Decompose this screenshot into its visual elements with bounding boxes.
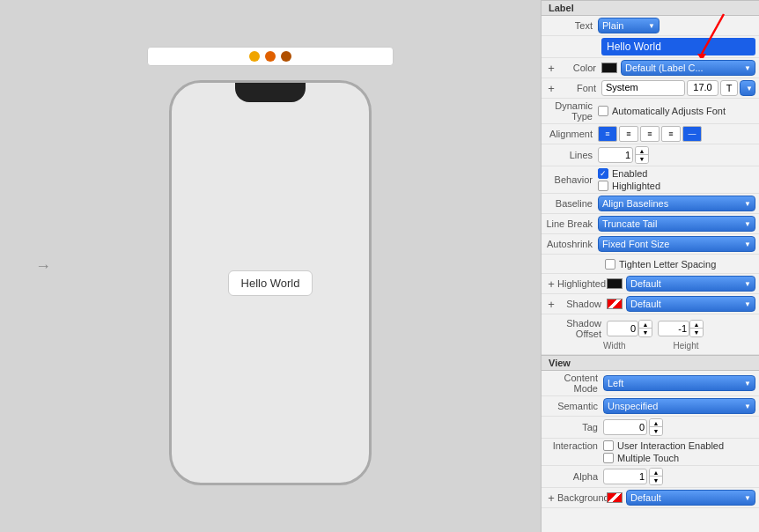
hello-world-input[interactable]: [601, 38, 755, 55]
background-swatch: [607, 492, 623, 503]
highlighted-color-select[interactable]: Default ▼: [626, 276, 755, 292]
background-value: Default ▼: [607, 490, 755, 506]
background-label: Background: [557, 492, 607, 503]
shadow-height-input[interactable]: [658, 321, 689, 336]
align-justify-btn[interactable]: ≡: [661, 126, 681, 142]
alpha-input[interactable]: [603, 469, 647, 484]
right-panel: Label Text Plain ▼ + Color Default (Labe…: [541, 0, 759, 532]
line-break-select[interactable]: Truncate Tail ▼: [598, 216, 755, 232]
shadow-plus[interactable]: +: [545, 298, 557, 310]
highlighted-checkbox[interactable]: [598, 181, 608, 191]
tag-input[interactable]: [603, 419, 647, 435]
tighten-checkbox[interactable]: [605, 259, 615, 270]
align-left-btn[interactable]: ≡: [598, 126, 617, 142]
lines-stepper[interactable]: ▲ ▼: [635, 146, 649, 164]
shadow-height-input-row: ▲ ▼: [658, 320, 704, 337]
highlighted-color-value: Default ▼: [607, 276, 755, 292]
shadow-height-group: ▲ ▼: [658, 320, 704, 337]
semantic-label: Semantic: [545, 401, 603, 411]
highlighted-color-label: Highlighted: [557, 278, 607, 289]
baseline-arrow: ▼: [744, 200, 751, 208]
font-plus-btn[interactable]: +: [545, 82, 557, 94]
lines-row: Lines ▲ ▼: [542, 144, 759, 166]
user-interaction-checkbox[interactable]: [603, 440, 614, 451]
alpha-row: Alpha ▲ ▼: [542, 466, 759, 488]
tighten-label: Tighten Letter Spacing: [619, 259, 716, 270]
alpha-label: Alpha: [545, 471, 603, 482]
color-swatch: [601, 63, 617, 73]
shadow-width-down[interactable]: ▼: [639, 329, 652, 336]
shadow-width-stepper[interactable]: ▲ ▼: [638, 320, 652, 337]
content-mode-select[interactable]: Left ▼: [603, 375, 755, 391]
font-label: Font: [557, 83, 601, 93]
tag-stepper-down[interactable]: ▼: [650, 427, 662, 435]
align-right-btn[interactable]: ≡: [640, 126, 660, 142]
color-plus-btn[interactable]: +: [545, 62, 557, 74]
shadow-offset-sublabels: Width Height: [545, 341, 755, 351]
lines-input[interactable]: [598, 147, 633, 163]
shadow-width-up[interactable]: ▲: [639, 321, 652, 329]
dynamic-type-row: Dynamic Type Automatically Adjusts Font: [542, 99, 759, 124]
tag-stepper[interactable]: ▲ ▼: [649, 418, 663, 436]
content-mode-row: Content Mode Left ▼: [542, 371, 759, 396]
color-row: + Color Default (Label C... ▼: [542, 58, 759, 78]
multiple-touch-checkbox[interactable]: [603, 453, 614, 463]
text-row: Text Plain ▼: [542, 16, 759, 36]
lines-stepper-up[interactable]: ▲: [636, 147, 648, 155]
dynamic-type-checkbox[interactable]: [598, 106, 608, 116]
shadow-select[interactable]: Default ▼: [626, 296, 755, 312]
toolbar-bar: [147, 47, 394, 66]
font-size-input[interactable]: 17.0: [687, 80, 718, 96]
shadow-offset-inputs: ▲ ▼ ▲ ▼: [607, 320, 752, 337]
autoshrink-select[interactable]: Fixed Font Size ▼: [598, 236, 755, 252]
background-select[interactable]: Default ▼: [626, 490, 755, 506]
autoshrink-arrow: ▼: [744, 240, 751, 248]
height-sublabel: Height: [674, 341, 699, 351]
alpha-stepper[interactable]: ▲ ▼: [649, 468, 663, 485]
shadow-width-input[interactable]: [607, 321, 638, 336]
color-label: Color: [557, 63, 601, 73]
highlighted-option: Highlighted: [598, 181, 660, 191]
dynamic-type-label: Dynamic Type: [545, 100, 598, 122]
semantic-select[interactable]: Unspecified ▼: [603, 398, 755, 414]
align-center-btn[interactable]: ≡: [619, 126, 638, 142]
align-natural-btn[interactable]: —: [682, 126, 702, 142]
alpha-stepper-down[interactable]: ▼: [650, 477, 662, 484]
font-t-button[interactable]: T: [720, 80, 738, 96]
dot-brown: [281, 51, 291, 62]
shadow-row: + Shadow Default ▼: [542, 294, 759, 314]
behavior-options: Enabled Highlighted: [598, 168, 755, 191]
multiple-touch-label: Multiple Touch: [617, 453, 679, 463]
content-mode-value: Left ▼: [603, 375, 755, 391]
shadow-height-up[interactable]: ▲: [690, 321, 703, 329]
enabled-label: Enabled: [612, 168, 647, 179]
color-select-arrow: ▼: [744, 64, 751, 72]
enabled-option: Enabled: [598, 168, 647, 179]
interaction-section: Interaction User Interaction Enabled Mul…: [542, 439, 759, 466]
autoshrink-row: Autoshrink Fixed Font Size ▼: [542, 234, 759, 255]
background-row: + Background Default ▼: [542, 488, 759, 508]
color-select[interactable]: Default (Label C... ▼: [621, 60, 755, 76]
alignment-row: Alignment ≡ ≡ ≡ ≡ —: [542, 124, 759, 144]
background-plus[interactable]: +: [545, 491, 557, 504]
tag-stepper-up[interactable]: ▲: [650, 419, 662, 427]
hello-world-label[interactable]: Hello World: [228, 270, 313, 296]
tag-value-area: ▲ ▼: [603, 418, 755, 436]
shadow-height-down[interactable]: ▼: [690, 329, 703, 336]
line-break-arrow: ▼: [744, 220, 751, 228]
tag-row: Tag ▲ ▼: [542, 417, 759, 439]
text-select[interactable]: Plain ▼: [598, 18, 660, 33]
autoshrink-label: Autoshrink: [545, 239, 598, 249]
baseline-row: Baseline Align Baselines ▼: [542, 194, 759, 214]
font-name-input[interactable]: System: [601, 80, 685, 96]
shadow-height-stepper[interactable]: ▲ ▼: [689, 320, 704, 337]
lines-label: Lines: [545, 150, 598, 160]
font-select-arrow-btn[interactable]: ▼: [740, 80, 755, 96]
lines-stepper-down[interactable]: ▼: [636, 155, 648, 163]
behavior-row: Behavior Enabled Highlighted: [542, 166, 759, 194]
highlighted-color-plus[interactable]: +: [545, 277, 557, 290]
baseline-label: Baseline: [545, 198, 598, 209]
baseline-select[interactable]: Align Baselines ▼: [598, 196, 755, 211]
enabled-checkbox[interactable]: [598, 168, 608, 179]
alpha-stepper-up[interactable]: ▲: [650, 469, 662, 477]
